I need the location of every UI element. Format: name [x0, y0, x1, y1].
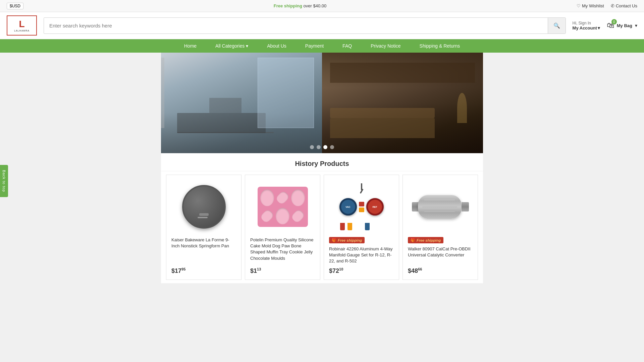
product-price-4: $4866 — [408, 267, 473, 275]
product-card-1[interactable]: Kaiser Bakeware La Forme 9-Inch Nonstick… — [166, 175, 241, 280]
carousel-slide-1 — [161, 53, 322, 153]
wishlist-link[interactable]: ♡ My Wishlist — [577, 3, 604, 8]
phone-icon: ✆ — [611, 3, 614, 8]
product-card-4[interactable]: 🎁 Free shipping Walker 80907 CalCat Pre-… — [402, 175, 478, 280]
free-shipping-badge-3: 🎁 Free shipping — [329, 237, 365, 243]
history-section-title: History Products — [161, 153, 483, 171]
back-to-top-button[interactable]: Back to top — [0, 165, 8, 197]
product-image-4 — [408, 180, 473, 234]
account-dropdown-icon: ▾ — [598, 25, 600, 31]
product-name-3: Robinair 42260 Aluminum 4-Way Manifold G… — [329, 246, 394, 264]
contact-us-link[interactable]: ✆ Contact Us — [611, 3, 637, 8]
hero-carousel — [161, 53, 483, 153]
product-name-1: Kaiser Bakeware La Forme 9-Inch Nonstick… — [171, 237, 236, 264]
logo[interactable]: L LALHAMRA — [7, 15, 37, 36]
hi-text: Hi, Sign In — [573, 21, 600, 25]
product-image-1 — [171, 180, 236, 234]
products-grid: Kaiser Bakeware La Forme 9-Inch Nonstick… — [161, 171, 483, 283]
currency-selector[interactable]: $USD — [7, 3, 23, 9]
carousel-dot-3[interactable] — [323, 145, 327, 149]
nav-shipping[interactable]: Shipping & Returns — [410, 39, 470, 53]
product-price-1: $1795 — [171, 267, 236, 275]
search-input[interactable] — [44, 18, 548, 33]
my-account-link[interactable]: My Account ▾ — [573, 25, 600, 31]
bag-dropdown-icon: ▾ — [635, 23, 637, 28]
logo-letter: L — [19, 19, 24, 29]
carousel-dot-2[interactable] — [317, 145, 321, 149]
search-button[interactable]: 🔍 — [548, 18, 566, 34]
product-card-3[interactable]: VAC REF — [324, 175, 399, 280]
nav-privacy[interactable]: Privacy Notice — [361, 39, 410, 53]
free-shipping-badge-4: 🎁 Free shipping — [408, 237, 443, 243]
wishlist-label: My Wishlist — [582, 3, 604, 8]
shipping-amount: over $40.00 — [304, 3, 327, 8]
free-shipping-text: Free shipping — [274, 3, 302, 8]
nav-about-us[interactable]: About Us — [258, 39, 296, 53]
product-price-3: $7210 — [329, 267, 394, 275]
history-products-section: History Products Kaiser Bakeware La Form… — [161, 153, 483, 283]
main-nav: Home All Categories ▾ About Us Payment F… — [0, 39, 644, 53]
gift-icon-3: 🎁 — [332, 238, 336, 242]
search-bar: 🔍 — [44, 17, 566, 34]
shipping-promo: Free shipping over $40.00 — [23, 3, 577, 8]
product-card-2[interactable]: Potelin Premium Quality Silicone Cake Mo… — [245, 175, 320, 280]
carousel-dot-4[interactable] — [330, 145, 334, 149]
product-name-4: Walker 80907 CalCat Pre-OBDII Universal … — [408, 246, 473, 264]
bag-count-badge: 0 — [611, 19, 617, 24]
carousel-slide-2 — [322, 53, 483, 153]
nav-all-categories[interactable]: All Categories ▾ — [206, 39, 258, 53]
categories-arrow-icon: ▾ — [246, 43, 248, 49]
nav-faq[interactable]: FAQ — [333, 39, 361, 53]
nav-home[interactable]: Home — [175, 39, 206, 53]
heart-icon: ♡ — [577, 3, 581, 8]
sign-in-area[interactable]: Hi, Sign In My Account ▾ — [573, 21, 600, 31]
carousel-dot-1[interactable] — [310, 145, 314, 149]
bag-label: My Bag — [617, 23, 632, 28]
product-name-2: Potelin Premium Quality Silicone Cake Mo… — [250, 237, 315, 264]
product-image-2 — [250, 180, 315, 234]
gift-icon-4: 🎁 — [411, 238, 415, 242]
account-area: Hi, Sign In My Account ▾ 🛍 0 My Bag ▾ — [573, 21, 637, 31]
bag-icon-wrap: 🛍 0 — [607, 21, 614, 30]
product-price-2: $113 — [250, 267, 315, 275]
contact-label: Contact Us — [616, 3, 637, 8]
bag-area[interactable]: 🛍 0 My Bag ▾ — [607, 21, 637, 30]
carousel-dots — [310, 145, 334, 149]
nav-payment[interactable]: Payment — [296, 39, 333, 53]
search-icon: 🔍 — [553, 23, 560, 28]
product-image-3: VAC REF — [329, 180, 394, 234]
logo-name: LALHAMRA — [14, 29, 30, 32]
